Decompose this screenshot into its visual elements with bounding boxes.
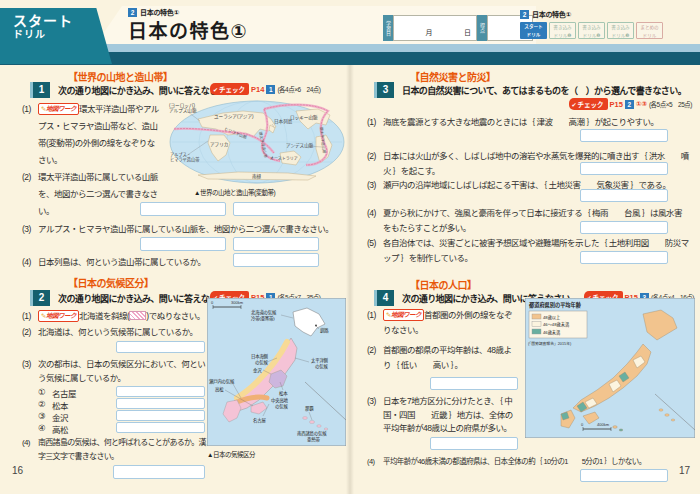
climate-label-hokkaido-zone: 冷帯(亜寒帯) bbox=[251, 315, 275, 322]
climate-label-japan-sea-1: 日本海側 bbox=[251, 353, 269, 360]
age-map-title: 都道府県別の平均年齢 bbox=[528, 301, 582, 309]
check-ref-number: 2 bbox=[625, 100, 634, 109]
check-ref-number: 1 bbox=[266, 85, 275, 94]
drill-navigation: 2 日本の特色① スタートドリル 書き込みドリル❶ 書き込みドリル❷ 書き込みド… bbox=[520, 9, 663, 39]
answer-box-2-3-4[interactable] bbox=[116, 422, 205, 433]
japan-average-age-map[interactable]: 都道府県別の平均年齢 48歳以上 46〜48歳未満 46歳未満 (「国勢調査報告… bbox=[525, 298, 695, 438]
city-row-matsumoto: ②松本 bbox=[38, 399, 68, 411]
section-heading-climate-zones: 【日本の気候区分】 bbox=[68, 275, 154, 290]
climate-label-setouchi: 瀬戸内の気候 bbox=[209, 378, 235, 385]
page-number-17: 17 bbox=[679, 465, 690, 476]
question-4-1: (1) ✎地図ワーク首都圏の外側の線をなぞりなさい。 bbox=[367, 308, 517, 338]
score-label: 得点 bbox=[477, 15, 487, 41]
answer-box-3-5[interactable] bbox=[580, 251, 668, 264]
question-3-1: (1) 海底を震源とする大きな地震のときには｛ 津波 高潮 ｝が起こりやすい。 bbox=[367, 115, 689, 130]
answer-box-1-4[interactable] bbox=[233, 253, 319, 267]
climate-label-pacific-2: の気候 bbox=[315, 363, 328, 370]
legend-swatch-46-48 bbox=[532, 322, 541, 327]
question-4-4: (4) 平均年齢が46歳未満の都道府県は、日本全体の約｛ 10分の1 5分の1 … bbox=[367, 455, 689, 469]
japan-climate-map[interactable]: 0 300km 北海道の気候 冷帯(亜寒帯) 釧路 日本海側 の気候 金沢 bbox=[207, 298, 346, 446]
map-work-badge: ✎地図ワーク bbox=[38, 310, 79, 322]
world-orogenic-belts-map[interactable]: (ヨーロッパ) アルプス山脈 ユーラシア(アジア) アフリカ ヒマラヤ山脈 アル… bbox=[168, 99, 346, 185]
question-2-2: (2) 北海道は、何という気候帯に属しているか。 bbox=[22, 325, 208, 340]
study-date-input[interactable]: 月 日 bbox=[393, 15, 477, 41]
map-label-ah-belt-line2: ヒマラヤ造山帯 bbox=[170, 156, 199, 163]
map-label-antarctica: 南極 bbox=[252, 173, 262, 180]
answer-box-4-4[interactable] bbox=[580, 469, 668, 482]
answer-box-3-2[interactable] bbox=[580, 162, 668, 175]
answer-box-1-2-b[interactable] bbox=[233, 202, 319, 216]
tab-start-drill[interactable]: スタートドリル bbox=[520, 22, 547, 39]
section-heading-population: 【日本の人口】 bbox=[410, 277, 477, 292]
answer-box-4-3[interactable] bbox=[430, 437, 518, 450]
world-map-caption: ▲世界の山地と造山帯(変動帯) bbox=[194, 187, 275, 197]
map-label-rocky: ロッキー山脈 bbox=[290, 114, 318, 121]
age-map-source: (「国勢調査報告」2015年) bbox=[528, 341, 572, 346]
answer-box-2-3-3[interactable] bbox=[116, 410, 205, 421]
map-label-andes: アンデス山脈 bbox=[286, 142, 314, 149]
answer-box-4-2[interactable] bbox=[430, 377, 518, 390]
tab-summary-drill[interactable]: まとめのドリル bbox=[636, 22, 663, 39]
city-row-takamatsu: ④高松 bbox=[38, 423, 68, 435]
answer-box-3-1[interactable] bbox=[580, 129, 668, 142]
climate-map-caption: ▲日本の気候区分 bbox=[207, 449, 255, 459]
answer-box-1-3-a[interactable] bbox=[140, 237, 226, 251]
climate-label-kanazawa: 金沢 bbox=[253, 367, 262, 374]
series-label-line2: ドリル bbox=[13, 29, 112, 41]
month-label: 月 bbox=[426, 27, 433, 37]
check-reference-1: ✔チェック P14 1 (各4点×6 24点) bbox=[210, 83, 320, 95]
city-row-nagoya: ①名古屋 bbox=[38, 387, 76, 399]
legend-label-48-plus: 48歳以上 bbox=[543, 314, 560, 320]
map-work-badge: ✎地図ワーク bbox=[38, 103, 79, 115]
question-2-3: (3) 次の都市は、日本の気候区分において、何という気候に属しているか。 bbox=[22, 357, 208, 385]
climate-label-hokkaido: 北海道の気候 bbox=[251, 309, 277, 316]
check-icon: ✔ bbox=[572, 101, 577, 108]
nav-unit-title: 日本の特色① bbox=[532, 9, 571, 19]
tab-writing-drill-1[interactable]: 書き込みドリル❶ bbox=[549, 22, 576, 39]
question-2-number: 2 bbox=[30, 290, 50, 306]
page-title: 日本の特色① bbox=[128, 16, 248, 43]
question-1-3: (3) アルプス・ヒマラヤ造山帯に属している山脈を、地図から二つ選んで書きなさい… bbox=[22, 221, 342, 238]
climate-label-central-2: の気候 bbox=[275, 403, 288, 410]
question-2-4: (4) 南西諸島の気候は、何と呼ばれることがあるか。漢字三文字で書きなさい。 bbox=[22, 436, 208, 464]
climate-label-pacific-1: 太平洋側 bbox=[311, 357, 329, 364]
question-1-number: 1 bbox=[30, 82, 50, 98]
tab-writing-drill-2[interactable]: 書き込みドリル❷ bbox=[578, 22, 605, 39]
answer-box-2-2[interactable] bbox=[116, 341, 205, 353]
climate-label-nansei: 南西諸島の気候 bbox=[297, 430, 327, 437]
series-label-line1: スタート bbox=[13, 13, 112, 29]
answer-box-1-2-a[interactable] bbox=[140, 202, 226, 216]
climate-label-naha: 那覇 bbox=[305, 405, 314, 412]
climate-label-matsumoto: 松本 bbox=[279, 390, 288, 397]
map-label-australia: オーストラリア bbox=[270, 155, 298, 161]
series-tab: スタート ドリル bbox=[0, 8, 112, 64]
answer-box-3-4[interactable] bbox=[580, 221, 668, 234]
study-date-label: 学習日 bbox=[383, 15, 393, 41]
climate-label-takamatsu: 高松 bbox=[215, 386, 224, 393]
climate-label-subtropical: 亜熱帯 bbox=[307, 436, 320, 443]
climate-label-japan-sea-2: の気候 bbox=[255, 359, 268, 366]
legend-label-under-46: 46歳未満 bbox=[543, 329, 560, 336]
tab-writing-drill-3[interactable]: 書き込みドリル❸ bbox=[607, 22, 634, 39]
answer-box-1-3-b[interactable] bbox=[233, 237, 319, 251]
question-2-1: (1) ✎地図ワーク北海道を斜線()でぬりなさい。 bbox=[22, 309, 208, 324]
answer-box-2-3-2[interactable] bbox=[116, 398, 205, 409]
climate-label-central-1: 中央高地 bbox=[271, 397, 289, 404]
legend-swatch-48-plus bbox=[532, 314, 541, 319]
question-3-number: 3 bbox=[374, 82, 394, 98]
map-work-badge: ✎地図ワーク bbox=[383, 309, 424, 321]
nav-unit-number-badge: 2 bbox=[520, 10, 529, 19]
climate-label-kushiro: 釧路 bbox=[320, 327, 329, 334]
day-label: 日 bbox=[464, 27, 471, 37]
question-4-number: 4 bbox=[374, 290, 394, 306]
question-1-1: (1) ✎地図ワーク環太平洋造山帯やアルプス・ヒマラヤ造山帯など、造山帯(変動帯… bbox=[22, 101, 162, 169]
answer-box-2-4[interactable] bbox=[113, 465, 205, 479]
question-4-3: (3) 日本を7地方区分に分けたとき、｛ 中国・四国 近畿 ｝地方は、全体の平均… bbox=[367, 395, 517, 436]
hatch-pattern-sample bbox=[129, 311, 146, 320]
climate-label-nagoya: 名古屋 bbox=[253, 417, 266, 424]
answer-box-3-3[interactable] bbox=[580, 189, 668, 202]
answer-box-2-3-1[interactable] bbox=[116, 386, 205, 397]
left-page: 【世界の山地と造山帯】 1 次の通り地図にかき込み、問いに答えなさい。 ✔チェッ… bbox=[0, 65, 350, 494]
scale-300km: 300km bbox=[231, 300, 244, 305]
question-1-instruction: 次の通り地図にかき込み、問いに答えなさい。 bbox=[58, 84, 234, 97]
